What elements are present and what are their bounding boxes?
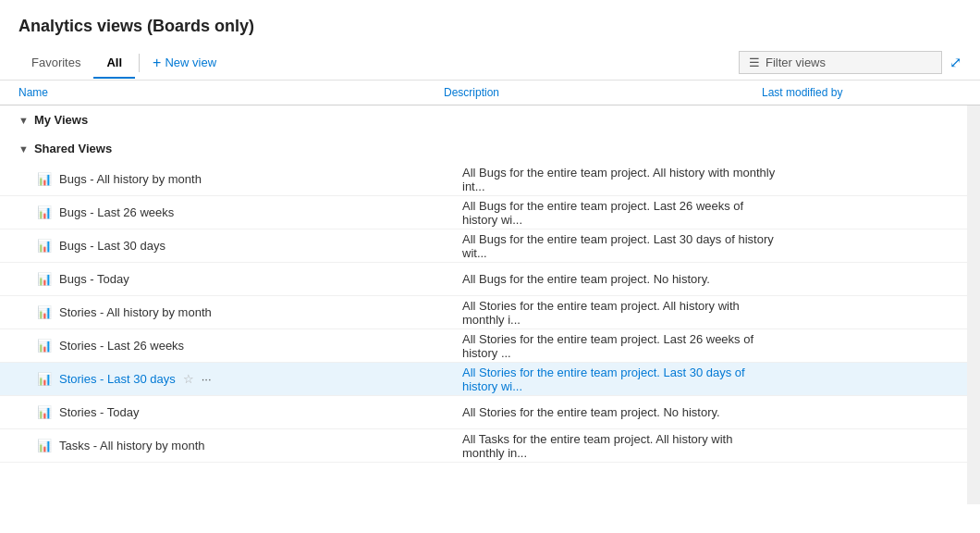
- table-row[interactable]: 📊 Tasks - All history by month All Tasks…: [0, 429, 980, 463]
- toolbar-right: ☰ Filter views ⤢: [739, 45, 962, 80]
- analytics-icon: 📊: [37, 339, 52, 353]
- analytics-icon: 📊: [37, 439, 52, 452]
- plus-icon: +: [153, 55, 161, 71]
- table-row-selected[interactable]: 📊 Stories - Last 30 days ☆ ··· All Stori…: [0, 363, 980, 396]
- row-label: Bugs - Today: [59, 272, 129, 286]
- table-row[interactable]: 📊 Bugs - Last 30 days All Bugs for the e…: [0, 229, 980, 263]
- section-shared-views[interactable]: ▼ Shared Views: [0, 134, 980, 163]
- row-name: 📊 Bugs - Last 26 weeks: [37, 205, 462, 219]
- new-view-label: New view: [165, 56, 216, 69]
- table-header: Name Description Last modified by: [0, 81, 980, 105]
- table-row[interactable]: 📊 Bugs - Last 26 weeks All Bugs for the …: [0, 196, 980, 229]
- row-name: 📊 Stories - Today: [37, 405, 462, 419]
- row-label[interactable]: Stories - Last 30 days: [59, 372, 176, 386]
- tab-bar: Favorites All + New view ☰ Filter views …: [0, 45, 980, 81]
- scrollbar[interactable]: [967, 105, 980, 504]
- analytics-icon: 📊: [37, 172, 52, 186]
- page-title: Analytics views (Boards only): [18, 17, 962, 36]
- row-name: 📊 Tasks - All history by month: [37, 439, 462, 452]
- row-name: 📊 Stories - All history by month: [37, 305, 462, 319]
- analytics-icon: 📊: [37, 405, 52, 419]
- content-area: ▼ My Views ▼ Shared Views 📊 Bugs - All h…: [0, 105, 980, 504]
- analytics-icon: 📊: [37, 272, 52, 286]
- row-label: Stories - Today: [59, 405, 139, 419]
- row-name: 📊 Bugs - Today: [37, 272, 462, 286]
- filter-box[interactable]: ☰ Filter views: [739, 51, 942, 74]
- row-label: Bugs - All history by month: [59, 172, 202, 186]
- row-label: Stories - All history by month: [59, 305, 212, 319]
- row-desc: All Bugs for the entire team project. Al…: [462, 166, 777, 193]
- row-label: Tasks - All history by month: [59, 439, 205, 452]
- row-name: 📊 Bugs - All history by month: [37, 172, 462, 186]
- row-name: 📊 Stories - Last 26 weeks: [37, 339, 462, 353]
- row-label: Bugs - Last 30 days: [59, 239, 165, 253]
- table-row[interactable]: 📊 Bugs - Today All Bugs for the entire t…: [0, 263, 980, 296]
- more-icon[interactable]: ···: [202, 372, 212, 386]
- analytics-icon: 📊: [37, 372, 52, 386]
- analytics-icon: 📊: [37, 305, 52, 319]
- analytics-icon: 📊: [37, 205, 52, 219]
- section-my-views[interactable]: ▼ My Views: [0, 105, 980, 134]
- table-row[interactable]: 📊 Stories - Today All Stories for the en…: [0, 396, 980, 429]
- row-desc: All Stories for the entire team project.…: [462, 332, 777, 360]
- new-view-button[interactable]: + New view: [143, 47, 226, 79]
- table-row[interactable]: 📊 Stories - All history by month All Sto…: [0, 296, 980, 329]
- chevron-icon: ▼: [18, 115, 29, 126]
- table-row[interactable]: 📊 Bugs - All history by month All Bugs f…: [0, 163, 980, 196]
- row-desc: All Bugs for the entire team project. No…: [462, 272, 777, 286]
- star-icon[interactable]: ☆: [183, 372, 194, 386]
- tab-all[interactable]: All: [93, 48, 135, 79]
- chevron-icon: ▼: [18, 143, 29, 155]
- section-my-views-label: My Views: [34, 113, 88, 127]
- table-row[interactable]: 📊 Stories - Last 26 weeks All Stories fo…: [0, 329, 980, 363]
- col-last-modified: Last modified by: [762, 86, 947, 99]
- row-desc: All Stories for the entire team project.…: [462, 405, 777, 419]
- section-shared-views-label: Shared Views: [34, 142, 112, 155]
- row-desc: All Bugs for the entire team project. La…: [462, 199, 777, 227]
- filter-label: Filter views: [766, 56, 826, 69]
- row-desc: All Bugs for the entire team project. La…: [462, 232, 777, 260]
- row-desc: All Stories for the entire team project.…: [462, 299, 777, 327]
- tab-divider: [139, 54, 140, 72]
- tab-favorites[interactable]: Favorites: [18, 48, 93, 79]
- expand-icon[interactable]: ⤢: [949, 54, 962, 71]
- row-desc: All Tasks for the entire team project. A…: [462, 432, 777, 460]
- col-name: Name: [18, 86, 444, 99]
- col-description: Description: [444, 86, 762, 99]
- row-label: Bugs - Last 26 weeks: [59, 205, 174, 219]
- row-name: 📊 Stories - Last 30 days ☆ ···: [37, 372, 462, 386]
- analytics-icon: 📊: [37, 239, 52, 253]
- filter-icon: ☰: [749, 56, 760, 69]
- row-desc: All Stories for the entire team project.…: [462, 366, 777, 393]
- row-label: Stories - Last 26 weeks: [59, 339, 184, 353]
- row-name: 📊 Bugs - Last 30 days: [37, 239, 462, 253]
